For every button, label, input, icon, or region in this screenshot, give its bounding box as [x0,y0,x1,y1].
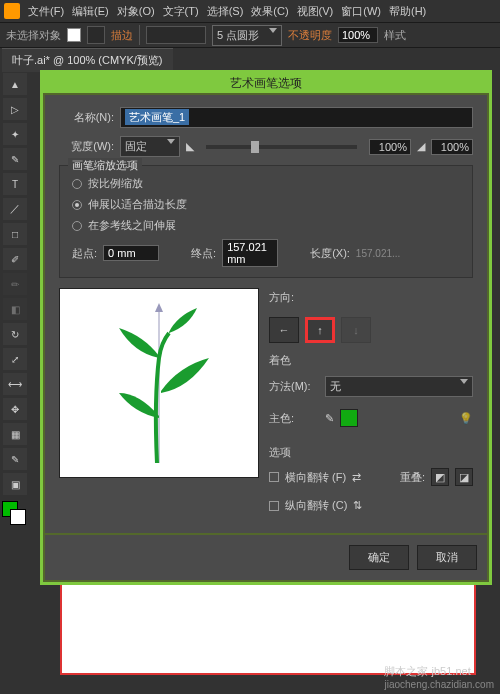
direction-label: 方向: [269,290,473,305]
no-selection-label: 未选择对象 [6,28,61,43]
keycolor-label: 主色: [269,411,319,426]
end-value[interactable]: 157.021 mm [222,239,278,267]
overlap-option-1[interactable]: ◩ [431,468,449,486]
overlap-option-2[interactable]: ◪ [455,468,473,486]
menu-bar: 文件(F) 编辑(E) 对象(O) 文字(T) 选择(S) 效果(C) 视图(V… [0,0,500,22]
direction-up-button[interactable]: ↑ [305,317,335,343]
paintbrush-tool-icon[interactable]: ✐ [3,248,27,270]
menu-view[interactable]: 视图(V) [297,4,334,19]
start-value[interactable]: 0 mm [103,245,159,261]
magic-wand-tool-icon[interactable]: ✦ [3,123,27,145]
direct-selection-tool-icon[interactable]: ▷ [3,98,27,120]
control-bar: 未选择对象 描边 5 点圆形 不透明度 样式 [0,22,500,48]
gradient-tool-icon[interactable]: ▦ [3,423,27,445]
style-label[interactable]: 样式 [384,28,406,43]
stroke-link[interactable]: 描边 [111,28,133,43]
line-tool-icon[interactable]: ／ [3,198,27,220]
document-tab[interactable]: 叶子.ai* @ 100% (CMYK/预览) [2,48,173,72]
name-label: 名称(N): [59,110,114,125]
rotate-tool-icon[interactable]: ↻ [3,323,27,345]
radio-stretch-guides[interactable]: 在参考线之间伸展 [72,218,460,233]
ok-button[interactable]: 确定 [349,545,409,570]
overlap-label: 重叠: [400,470,425,485]
opacity-link[interactable]: 不透明度 [288,28,332,43]
width-label: 宽度(W): [59,139,114,154]
stroke-profile-dropdown[interactable]: 5 点圆形 [212,25,282,46]
flip-horizontal-checkbox[interactable]: 横向翻转 (F) [269,470,346,485]
menu-window[interactable]: 窗口(W) [341,4,381,19]
brush-preview [59,288,259,478]
menu-help[interactable]: 帮助(H) [389,4,426,19]
menu-edit[interactable]: 编辑(E) [72,4,109,19]
eyedropper-icon[interactable]: ✎ [325,412,334,425]
method-label: 方法(M): [269,379,319,394]
options-label: 选项 [269,445,473,460]
menu-file[interactable]: 文件(F) [28,4,64,19]
color-swatches[interactable] [2,501,26,525]
end-label: 终点: [191,246,216,261]
opacity-input[interactable] [338,27,378,43]
scale-options-group: 画笔缩放选项 按比例缩放 伸展以适合描边长度 在参考线之间伸展 起点: 0 mm… [59,165,473,278]
radio-proportional[interactable]: 按比例缩放 [72,176,460,191]
eraser-tool-icon[interactable]: ◧ [3,298,27,320]
menu-object[interactable]: 对象(O) [117,4,155,19]
menu-select[interactable]: 选择(S) [207,4,244,19]
svg-marker-1 [155,303,163,312]
radio-stretch-fit[interactable]: 伸展以适合描边长度 [72,197,460,212]
flip-v-icon: ⇅ [353,499,362,512]
art-brush-options-dialog: 艺术画笔选项 名称(N): 艺术画笔_1 宽度(W): 固定 ◣ 100% ◢ … [40,70,492,585]
background-color[interactable] [10,509,26,525]
name-input[interactable]: 艺术画笔_1 [120,107,473,128]
scale-tool-icon[interactable]: ⤢ [3,348,27,370]
width-pct-1[interactable]: 100% [369,139,411,155]
toolbox: ▲ ▷ ✦ ✎ T ／ □ ✐ ✏ ◧ ↻ ⤢ ⟷ ✥ ▦ ✎ ▣ [2,72,30,525]
watermark: 脚本之家 jb51.net jiaocheng.chazidian.com [384,664,494,690]
app-logo [4,3,20,19]
width-tool-icon[interactable]: ⟷ [3,373,27,395]
eyedropper-tool-icon[interactable]: ✎ [3,448,27,470]
artboard-tool-icon[interactable]: ▣ [3,473,27,495]
width-mode-dropdown[interactable]: 固定 [120,136,180,157]
cancel-button[interactable]: 取消 [417,545,477,570]
pencil-tool-icon[interactable]: ✏ [3,273,27,295]
width-pct-2[interactable]: 100% [431,139,473,155]
length-label: 长度(X): [310,246,350,261]
start-label: 起点: [72,246,97,261]
dialog-title: 艺术画笔选项 [43,73,489,93]
flip-vertical-checkbox[interactable]: 纵向翻转 (C) [269,498,347,513]
slider-start-icon: ◣ [186,140,194,153]
colorization-method-dropdown[interactable]: 无 [325,376,473,397]
direction-left-button[interactable]: ← [269,317,299,343]
rectangle-tool-icon[interactable]: □ [3,223,27,245]
length-value: 157.021... [356,248,400,259]
slider-end-icon: ◢ [417,140,425,153]
pen-tool-icon[interactable]: ✎ [3,148,27,170]
selection-tool-icon[interactable]: ▲ [3,73,27,95]
document-tabs: 叶子.ai* @ 100% (CMYK/预览) [0,48,500,72]
separator [139,25,140,45]
fill-swatch[interactable] [67,28,81,42]
menu-type[interactable]: 文字(T) [163,4,199,19]
brush-dropdown[interactable] [146,26,206,44]
width-slider[interactable] [206,145,357,149]
menu-effect[interactable]: 效果(C) [251,4,288,19]
free-transform-tool-icon[interactable]: ✥ [3,398,27,420]
stroke-swatch[interactable] [87,26,105,44]
tip-icon[interactable]: 💡 [459,412,473,425]
keycolor-swatch[interactable] [340,409,358,427]
scale-group-title: 画笔缩放选项 [68,158,142,173]
type-tool-icon[interactable]: T [3,173,27,195]
direction-down-button[interactable]: ↓ [341,317,371,343]
flip-h-icon: ⇄ [352,471,361,484]
colorization-label: 着色 [269,353,473,368]
